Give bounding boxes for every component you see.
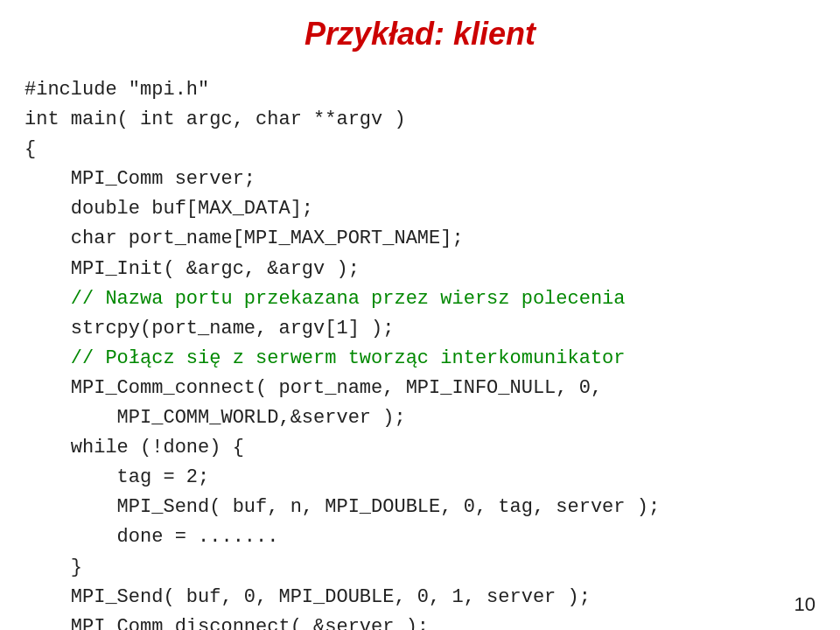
code-line: strcpy(port_name, argv[1] ); [24, 314, 840, 344]
code-line: { [24, 135, 840, 164]
code-line: char port_name[MPI_MAX_PORT_NAME]; [24, 224, 840, 254]
title-text: Przykład: klient [304, 16, 536, 52]
code-line: int main( int argc, char **argv ) [24, 105, 840, 135]
code-line: #include "mpi.h" [24, 75, 840, 105]
page-number: 10 [794, 593, 816, 616]
code-line: MPI_Send( buf, n, MPI_DOUBLE, 0, tag, se… [24, 493, 840, 522]
code-line: double buf[MAX_DATA]; [24, 194, 840, 224]
code-line: MPI_Comm server; [24, 164, 840, 194]
code-line: MPI_Send( buf, 0, MPI_DOUBLE, 0, 1, serv… [24, 583, 840, 612]
code-line: MPI_Comm_connect( port_name, MPI_INFO_NU… [24, 374, 840, 403]
code-line: // Nazwa portu przekazana przez wiersz p… [24, 284, 840, 314]
code-line: // Połącz się z serwerm tworząc interkom… [24, 344, 840, 374]
code-line: while (!done) { [24, 433, 840, 463]
slide-title: Przykład: klient [0, 0, 840, 68]
code-line: tag = 2; [24, 463, 840, 493]
code-line: MPI_COMM_WORLD,&server ); [24, 403, 840, 433]
code-block: #include "mpi.h"int main( int argc, char… [0, 68, 840, 630]
code-line: MPI_Init( &argc, &argv ); [24, 255, 840, 284]
code-line: done = ....... [24, 522, 840, 552]
code-line: } [24, 553, 840, 583]
slide-container: Przykład: klient #include "mpi.h"int mai… [0, 0, 840, 630]
code-line: MPI_Comm_disconnect( &server ); [24, 612, 840, 630]
